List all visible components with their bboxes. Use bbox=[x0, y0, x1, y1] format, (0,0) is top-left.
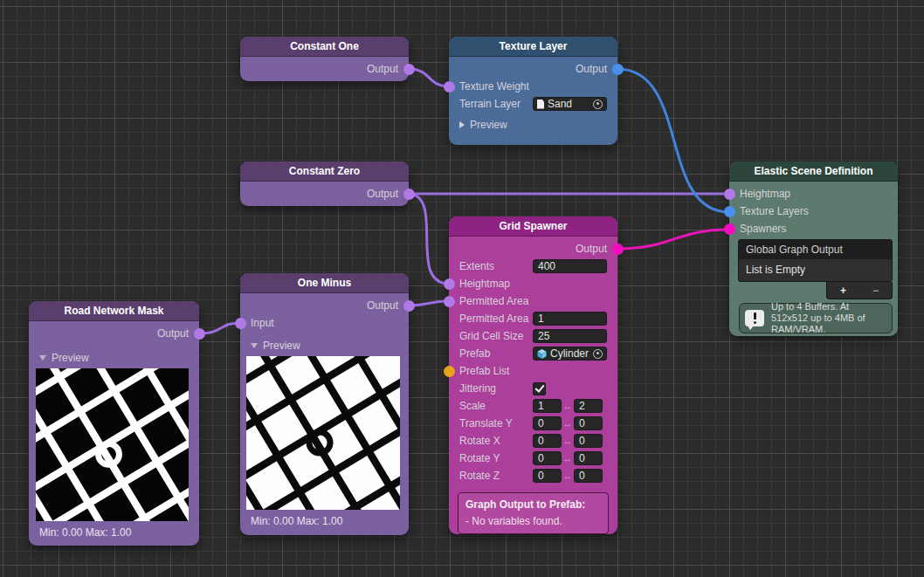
node-title[interactable]: Elastic Scene Definition bbox=[729, 161, 898, 182]
rotate-y-min-field[interactable]: 0 bbox=[533, 451, 562, 465]
rotate-x-min-field[interactable]: 0 bbox=[533, 434, 562, 448]
remove-item-button[interactable]: − bbox=[859, 285, 892, 297]
output-label: Output bbox=[367, 188, 398, 200]
texture-layers-port[interactable] bbox=[724, 206, 735, 217]
scale-max-field[interactable]: 2 bbox=[574, 399, 603, 413]
output-row: Output bbox=[29, 325, 199, 342]
output-port[interactable] bbox=[403, 189, 415, 200]
wire-constant-zero-to-grid-heightmap[interactable] bbox=[409, 194, 449, 284]
jittering-checkbox[interactable] bbox=[533, 382, 546, 395]
add-item-button[interactable]: + bbox=[827, 285, 859, 297]
object-picker-icon[interactable] bbox=[593, 100, 603, 109]
output-port[interactable] bbox=[612, 244, 624, 255]
heightmap-input-row: Heightmap bbox=[449, 275, 617, 292]
prefab-list-label: Prefab List bbox=[459, 365, 509, 377]
chevron-down-icon bbox=[39, 355, 46, 361]
node-title[interactable]: Road Network Mask bbox=[29, 301, 199, 321]
heightmap-port[interactable] bbox=[444, 278, 455, 290]
range-arrow-icon: ↔ bbox=[562, 436, 574, 446]
output-row: Output bbox=[449, 60, 617, 78]
heightmap-input-row: Heightmap bbox=[729, 185, 898, 203]
rotate-z-max-field[interactable]: 0 bbox=[574, 469, 603, 483]
rotate-y-max-field[interactable]: 0 bbox=[574, 451, 603, 465]
input-row: Input bbox=[240, 314, 409, 332]
wire-grid-spawner-to-elastic-spawners[interactable] bbox=[617, 230, 729, 249]
object-picker-icon[interactable] bbox=[593, 349, 603, 359]
grid-cell-size-field[interactable]: 25 bbox=[533, 329, 607, 343]
rotate-z-row: Rotate Z 0 ↔ 0 bbox=[449, 467, 617, 484]
wire-road-mask-to-one-minus-input[interactable] bbox=[199, 323, 240, 333]
preview-toggle[interactable]: Preview bbox=[240, 337, 409, 354]
wire-constant-one-to-texture-weight[interactable] bbox=[409, 69, 449, 86]
prefab-list-port[interactable] bbox=[444, 366, 455, 377]
scale-min-field[interactable]: 1 bbox=[533, 399, 562, 413]
node-grid-spawner[interactable]: Grid Spawner Output Extents 400 Heightma… bbox=[449, 216, 617, 534]
grid-cell-size-label: Grid Cell Size bbox=[459, 330, 533, 342]
wire-texture-layer-to-elastic-texture-layers[interactable] bbox=[617, 69, 729, 212]
rotate-z-min-field[interactable]: 0 bbox=[533, 469, 562, 483]
buffer-info-box: Up to 4 Buffers. At 512x512 up to 4MB of… bbox=[739, 303, 893, 333]
translate-y-max-field[interactable]: 0 bbox=[574, 416, 603, 430]
output-label: Output bbox=[157, 327, 189, 340]
node-title[interactable]: Constant Zero bbox=[240, 161, 409, 182]
rotate-x-max-field[interactable]: 0 bbox=[574, 434, 603, 448]
node-road-network-mask[interactable]: Road Network Mask Output Preview Min: 0.… bbox=[29, 301, 199, 546]
jittering-row: Jittering bbox=[449, 380, 617, 397]
heightmap-port[interactable] bbox=[724, 189, 735, 200]
prefab-list-input-row: Prefab List bbox=[449, 362, 617, 380]
input-port[interactable] bbox=[235, 318, 246, 329]
rotate-x-label: Rotate X bbox=[459, 435, 533, 447]
range-arrow-icon: ↔ bbox=[562, 418, 574, 429]
warning-bubble-icon bbox=[745, 310, 764, 326]
output-port[interactable] bbox=[194, 328, 205, 340]
preview-toggle[interactable]: Preview bbox=[449, 116, 617, 134]
preview-image bbox=[36, 368, 189, 521]
graph-output-list: Global Graph Output List is Empty + − bbox=[738, 239, 893, 299]
node-texture-layer[interactable]: Texture Layer Output Texture Weight Terr… bbox=[449, 37, 617, 145]
node-title[interactable]: Constant One bbox=[240, 37, 409, 57]
spawners-port[interactable] bbox=[724, 223, 735, 235]
output-port[interactable] bbox=[403, 300, 415, 312]
input-label: Input bbox=[251, 317, 274, 329]
scale-row: Scale 1 ↔ 2 bbox=[449, 397, 617, 415]
translate-y-label: Translate Y bbox=[459, 417, 533, 429]
minmax-readout: Min: 0.00 Max: 1.00 bbox=[29, 526, 199, 539]
node-elastic-scene-definition[interactable]: Elastic Scene Definition Heightmap Textu… bbox=[729, 161, 898, 336]
terrain-layer-label: Terrain Layer bbox=[459, 98, 533, 110]
permitted-area-field[interactable]: 1 bbox=[533, 312, 607, 326]
terrain-layer-object-field[interactable]: Sand bbox=[533, 97, 607, 111]
output-row: Output bbox=[449, 240, 617, 258]
grid-cell-size-row: Grid Cell Size 25 bbox=[449, 327, 617, 345]
jittering-label: Jittering bbox=[459, 382, 533, 395]
output-port[interactable] bbox=[403, 64, 415, 75]
node-constant-zero[interactable]: Constant Zero Output bbox=[240, 161, 409, 206]
texture-weight-port[interactable] bbox=[444, 81, 455, 93]
permitted-area-port[interactable] bbox=[444, 296, 455, 307]
chevron-right-icon bbox=[459, 121, 465, 128]
minmax-readout: Min: 0.00 Max: 1.00 bbox=[240, 515, 409, 527]
translate-y-min-field[interactable]: 0 bbox=[533, 416, 562, 430]
terrain-layer-row: Terrain Layer Sand bbox=[449, 95, 617, 113]
texture-weight-row: Texture Weight bbox=[449, 78, 617, 95]
output-row: Output bbox=[240, 60, 409, 78]
preview-label: Preview bbox=[263, 340, 300, 352]
texture-layers-label: Texture Layers bbox=[740, 205, 809, 217]
prefab-row: Prefab Cylinder bbox=[449, 345, 617, 362]
prefab-object-field[interactable]: Cylinder bbox=[533, 347, 607, 361]
list-empty-row: List is Empty bbox=[739, 259, 892, 281]
prefab-label: Prefab bbox=[459, 347, 533, 360]
node-constant-one[interactable]: Constant One Output bbox=[240, 37, 409, 81]
graph-canvas[interactable]: Constant One Output Texture Layer Output… bbox=[0, 0, 924, 577]
extents-row: Extents 400 bbox=[449, 258, 617, 275]
preview-image bbox=[246, 356, 400, 510]
node-one-minus[interactable]: One Minus Output Input Preview Min: 0.00… bbox=[240, 273, 409, 535]
extents-field[interactable]: 400 bbox=[533, 259, 607, 273]
list-footer: + − bbox=[826, 282, 893, 299]
node-title[interactable]: Grid Spawner bbox=[449, 216, 617, 237]
node-title[interactable]: One Minus bbox=[240, 273, 409, 293]
graph-output-body: - No variables found. bbox=[465, 513, 601, 530]
preview-toggle[interactable]: Preview bbox=[29, 349, 199, 367]
output-port[interactable] bbox=[612, 64, 624, 75]
node-title[interactable]: Texture Layer bbox=[449, 37, 617, 57]
graph-output-title: Graph Output to Prefab: bbox=[465, 497, 601, 513]
